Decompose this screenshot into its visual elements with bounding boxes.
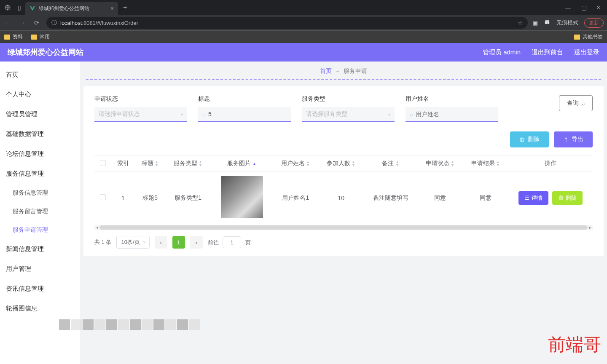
back-button[interactable]: ←: [3, 19, 13, 26]
sort-icon: ▴▾: [306, 160, 310, 167]
breadcrumb-home[interactable]: 首页: [320, 67, 332, 75]
col-image[interactable]: 服务图片▴: [211, 155, 273, 172]
page-number-1[interactable]: 1: [172, 236, 185, 249]
bookmark-item[interactable]: 常用: [31, 33, 50, 40]
header-to-front[interactable]: 退出到前台: [532, 48, 563, 56]
goto-page-input[interactable]: [223, 236, 241, 248]
col-result[interactable]: 申请结果▴▾: [463, 155, 508, 172]
close-icon[interactable]: ×: [110, 5, 114, 12]
prev-page-button[interactable]: ‹: [155, 236, 167, 249]
cell-index: 1: [111, 172, 135, 224]
update-button[interactable]: 更新: [584, 18, 604, 28]
col-title[interactable]: 标题▴▾: [135, 155, 165, 172]
other-bookmarks[interactable]: 其他书签: [574, 33, 603, 40]
sidebar-sub-service-apply[interactable]: 服务申请管理: [0, 221, 80, 239]
row-checkbox[interactable]: [100, 194, 106, 200]
app-title: 绿城郑州爱心公益网站: [8, 47, 83, 57]
incognito-icon: [544, 19, 551, 27]
sidebar: 首页 个人中心 管理员管理 基础数据管理 论坛信息管理 服务信息管理 服务信息管…: [0, 62, 80, 364]
scroll-left-icon[interactable]: ◂: [94, 225, 99, 230]
filter-user-label: 用户姓名: [406, 95, 498, 103]
reload-button[interactable]: ⟳: [32, 19, 41, 26]
sidebar-item-news[interactable]: 新闻信息管理: [0, 239, 80, 259]
batch-delete-button[interactable]: 🗑 删除: [510, 131, 549, 147]
globe-icon: [2, 2, 13, 13]
sidebar-item-forum[interactable]: 论坛信息管理: [0, 144, 80, 164]
next-page-button[interactable]: ›: [190, 236, 203, 249]
col-type[interactable]: 服务类型▴▾: [165, 155, 211, 172]
sort-icon: ▴▾: [352, 160, 356, 167]
col-remark[interactable]: 备注▴▾: [364, 155, 417, 172]
cell-title: 标题5: [135, 172, 165, 224]
cell-result: 同意: [463, 172, 508, 224]
extensions-icon[interactable]: ▣: [533, 20, 538, 26]
delete-button[interactable]: 🗑删除: [552, 191, 583, 205]
minimize-icon[interactable]: —: [565, 4, 571, 11]
folder-icon: [4, 35, 10, 40]
app-icon: ▯: [13, 2, 25, 13]
filter-user-input[interactable]: ⌕: [406, 107, 498, 122]
maximize-icon[interactable]: ▢: [581, 4, 587, 11]
scrollbar-thumb[interactable]: [99, 225, 588, 230]
scroll-right-icon[interactable]: ▸: [588, 225, 593, 230]
search-icon: ⌕: [202, 111, 206, 118]
address-bar: ← → ⟳ ⓘ localhost:8081/#/fuwuxinxiOrder …: [0, 15, 607, 30]
svg-point-2: [547, 21, 549, 24]
header-user[interactable]: 管理员 admin: [483, 48, 521, 56]
sidebar-sub-service-info[interactable]: 服务信息管理: [0, 184, 80, 202]
horizontal-scrollbar[interactable]: ◂ ▸: [94, 225, 593, 230]
tab-bar: ▯ 绿城郑州爱心公益网站 × + — ▢ ×: [0, 0, 607, 15]
tab-title: 绿城郑州爱心公益网站: [39, 5, 89, 12]
sidebar-item-basedata[interactable]: 基础数据管理: [0, 124, 80, 144]
url-input[interactable]: ⓘ localhost:8081/#/fuwuxinxiOrder ☆: [46, 17, 528, 29]
cell-remark: 备注随意填写: [364, 172, 417, 224]
header-logout[interactable]: 退出登录: [574, 48, 599, 56]
thumbnail-image[interactable]: [221, 176, 263, 218]
search-icon: ⌕: [410, 111, 413, 118]
select-all-checkbox[interactable]: [100, 160, 106, 166]
filter-title-input[interactable]: ⌕: [198, 107, 291, 122]
detail-button[interactable]: ☰详情: [518, 191, 548, 205]
trash-icon: 🗑: [519, 136, 525, 143]
window-close-icon[interactable]: ×: [597, 4, 600, 11]
browser-chrome: ▯ 绿城郑州爱心公益网站 × + — ▢ × ← → ⟳ ⓘ localhost…: [0, 0, 607, 43]
forward-button[interactable]: →: [18, 19, 27, 26]
col-status[interactable]: 申请状态▴▾: [417, 155, 463, 172]
action-row: 🗑 删除 ⭱ 导出: [94, 131, 593, 147]
cell-status: 同意: [417, 172, 463, 224]
sidebar-item-admin[interactable]: 管理员管理: [0, 104, 80, 124]
table-wrapper: 索引 标题▴▾ 服务类型▴▾ 服务图片▴ 用户姓名▴▾ 参加人数▴▾ 备注▴▾ …: [94, 155, 593, 230]
browser-tab[interactable]: 绿城郑州爱心公益网站 ×: [25, 2, 118, 15]
new-tab-button[interactable]: +: [123, 4, 127, 11]
sort-icon: ▴▾: [395, 160, 399, 167]
sidebar-item-info[interactable]: 资讯信息管理: [0, 279, 80, 299]
breadcrumb-current: 服务申请: [344, 67, 367, 75]
export-button[interactable]: ⭱ 导出: [554, 131, 593, 147]
sidebar-item-users[interactable]: 用户管理: [0, 259, 80, 279]
page-size-select[interactable]: 10条/页: [116, 236, 149, 249]
col-count[interactable]: 参加人数▴▾: [318, 155, 364, 172]
sidebar-item-personal[interactable]: 个人中心: [0, 85, 80, 104]
sort-icon: ▴▾: [496, 160, 500, 167]
censor-blocks: [59, 319, 200, 330]
bookmark-item[interactable]: 资料: [4, 33, 23, 40]
star-icon[interactable]: ☆: [518, 20, 523, 26]
svg-point-1: [545, 21, 547, 24]
filter-type-select[interactable]: 请选择服务类型 ▾: [302, 107, 395, 122]
sidebar-item-carousel[interactable]: 轮播图信息: [0, 299, 80, 318]
cell-user: 用户姓名1: [273, 172, 318, 224]
sidebar-item-service[interactable]: 服务信息管理: [0, 164, 80, 184]
sidebar-sub-service-comment[interactable]: 服务留言管理: [0, 202, 80, 221]
upload-icon: ⭱: [563, 136, 569, 143]
query-button[interactable]: 查询 ⌕: [559, 95, 593, 111]
filter-status-select[interactable]: 请选择申请状态 ▾: [94, 107, 187, 122]
table-row: 1 标题5 服务类型1 用户姓名1 10 备注随意填写 同意 同意 ☰详: [94, 172, 593, 224]
total-text: 共 1 条: [94, 238, 111, 246]
chevron-right-icon: ⌁: [336, 68, 339, 75]
sort-icon: ▴▾: [451, 160, 455, 167]
sort-icon: ▴: [252, 162, 256, 165]
chevron-down-icon: ▾: [388, 112, 390, 117]
col-user[interactable]: 用户姓名▴▾: [273, 155, 318, 172]
sort-icon: ▴▾: [199, 160, 203, 167]
sidebar-item-home[interactable]: 首页: [0, 65, 80, 85]
